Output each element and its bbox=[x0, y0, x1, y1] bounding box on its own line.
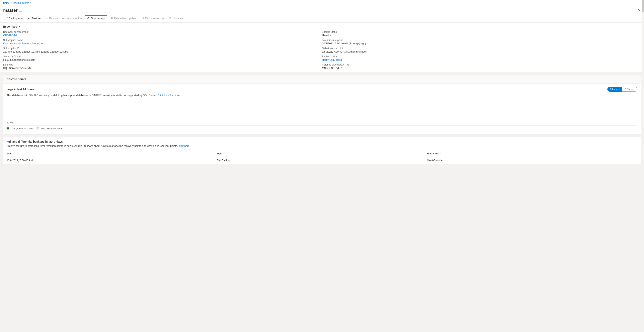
stop-backup-button[interactable]: ⊘ Stop backup bbox=[85, 15, 107, 21]
table-header: Time ↕ Type ↕ Data Store ↕ bbox=[4, 151, 640, 157]
undelete-button[interactable]: 🗑 Undelete bbox=[167, 15, 185, 21]
th-data-store: Data Store ↕ bbox=[427, 151, 638, 157]
time-toggle: 24 hours 72 hours bbox=[607, 87, 638, 92]
td-data-store: Vault-Standard ... bbox=[427, 157, 638, 164]
restore-secondary-button[interactable]: ↩ Restore to secondary region bbox=[44, 15, 84, 21]
restore-secondary-icon: ↩ bbox=[46, 17, 48, 20]
essentials-collapse-icon: ∧ bbox=[18, 25, 20, 28]
full-backups-link[interactable]: click here. bbox=[178, 144, 190, 147]
scrollbar-thumb[interactable] bbox=[642, 0, 644, 12]
essentials-col-left: Recovery services vault CH1-RV-Pri Subsc… bbox=[3, 31, 322, 70]
full-backups-message: Archive feature to store long term reten… bbox=[6, 144, 638, 147]
backup-policy-link[interactable]: HourlyLogBackup bbox=[322, 58, 641, 61]
title-more-button[interactable]: ... bbox=[19, 9, 22, 13]
undelete-icon: 🗑 bbox=[169, 17, 172, 20]
oldest-restore-field: Oldest restore point 9/8/2021, 7:00:40 A… bbox=[322, 47, 641, 53]
chart-area: 30 AM bbox=[6, 100, 638, 124]
subscription-name-field: Subscription name Contoso Hotels Tenant … bbox=[3, 39, 322, 45]
th-type: Type ↕ bbox=[217, 151, 427, 157]
subscription-id-field: Subscription ID 123abc-123abc-123abc-123… bbox=[3, 47, 322, 53]
subscription-name-link[interactable]: Contoso Hotels Tenant - Production bbox=[3, 42, 322, 45]
legend-no-logs-color bbox=[36, 127, 39, 129]
breadcrumb-sep2: > bbox=[30, 2, 31, 5]
breadcrumb: Home > Backup center > bbox=[0, 0, 644, 6]
backup-now-button[interactable]: ↺ Backup now bbox=[3, 15, 25, 21]
logs-header: Logs in last 24 hours 24 hours 72 hours bbox=[6, 87, 638, 92]
backup-now-icon: ↺ bbox=[6, 17, 8, 20]
sort-type-icon[interactable]: ↕ bbox=[224, 152, 225, 155]
logs-message: This database is in SIMPLE recovery mode… bbox=[6, 94, 638, 97]
essentials-header[interactable]: Essentials ∧ bbox=[3, 25, 641, 28]
table-row: 10/8/2021, 7:00:40 AM Full Backup Vault-… bbox=[4, 157, 640, 164]
recovery-vault-link[interactable]: CH1-RV-Pri bbox=[3, 34, 322, 37]
item-type-field: Item type SQL Server in Azure VM bbox=[3, 63, 322, 70]
server-cluster-field: Server or Cluster sql00.na.contosohotels… bbox=[3, 55, 322, 61]
essentials-grid: Recovery services vault CH1-RV-Pri Subsc… bbox=[3, 31, 641, 70]
sort-time-icon[interactable]: ↕ bbox=[13, 152, 14, 155]
delete-backup-data-button[interactable]: 🗑 Delete backup data bbox=[108, 15, 139, 21]
logs-message-link[interactable]: Click here for more bbox=[158, 94, 180, 97]
logs-title: Logs in last 24 hours bbox=[6, 88, 34, 91]
breadcrumb-home[interactable]: Home bbox=[3, 2, 10, 5]
page-header: master ... ✕ bbox=[0, 6, 644, 14]
breadcrumb-backup-center[interactable]: Backup center bbox=[13, 2, 29, 5]
restore-points-title: Restore points bbox=[4, 75, 640, 84]
essentials-col-right: Backup Status Healthy Latest restore poi… bbox=[322, 31, 641, 70]
legend-log-item: LOG (POINT IN TIME) bbox=[6, 127, 32, 130]
essentials-section: Essentials ∧ Recovery services vault CH1… bbox=[0, 23, 644, 72]
delete-backup-icon: 🗑 bbox=[110, 17, 113, 20]
legend-no-logs-item: NO LOGS AVAILABLE bbox=[36, 127, 62, 130]
restore-button[interactable]: ↩ Restore bbox=[26, 15, 43, 21]
close-button[interactable]: ✕ bbox=[638, 8, 641, 13]
td-type: Full Backup bbox=[217, 157, 427, 164]
restore-icon: ↩ bbox=[28, 17, 30, 20]
restore-points-section: Restore points Logs in last 24 hours 24 … bbox=[3, 75, 641, 135]
legend-log-color bbox=[6, 127, 10, 129]
scrollbar-track[interactable] bbox=[642, 0, 644, 332]
instance-field: Instance or AlwaysOn AG MSSQLSERVER bbox=[322, 63, 641, 70]
row-more-button[interactable]: ... bbox=[635, 159, 638, 162]
time-24h-button[interactable]: 24 hours bbox=[608, 87, 622, 91]
sort-data-store-icon[interactable]: ↕ bbox=[440, 152, 442, 155]
page-title: master bbox=[3, 8, 18, 13]
full-backups-section: Full and differential backups in last 7 … bbox=[3, 137, 641, 164]
full-backups-header: Full and differential backups in last 7 … bbox=[4, 137, 640, 151]
logs-panel: Logs in last 24 hours 24 hours 72 hours … bbox=[4, 84, 640, 134]
resume-backup-icon: ↺ bbox=[142, 17, 144, 20]
latest-restore-field: Latest restore point 10/8/2021, 7:00:40 … bbox=[322, 39, 641, 45]
th-time: Time ↕ bbox=[6, 151, 217, 157]
legend-row: LOG (POINT IN TIME) NO LOGS AVAILABLE bbox=[6, 125, 638, 131]
breadcrumb-sep1: > bbox=[11, 2, 12, 5]
toolbar: ↺ Backup now ↩ Restore ↩ Restore to seco… bbox=[0, 14, 644, 23]
td-time: 10/8/2021, 7:00:40 AM bbox=[6, 157, 217, 164]
stop-backup-icon: ⊘ bbox=[87, 17, 90, 20]
chart-time-label: 30 AM bbox=[6, 121, 13, 124]
recovery-vault-field: Recovery services vault CH1-RV-Pri bbox=[3, 31, 322, 37]
backup-policy-field: Backup policy HourlyLogBackup bbox=[322, 55, 641, 61]
full-backups-title: Full and differential backups in last 7 … bbox=[6, 140, 638, 143]
time-72h-button[interactable]: 72 hours bbox=[622, 87, 637, 91]
backup-status-field: Backup Status Healthy bbox=[322, 31, 641, 37]
resume-backup-button[interactable]: ↺ Resume backup bbox=[140, 15, 166, 21]
